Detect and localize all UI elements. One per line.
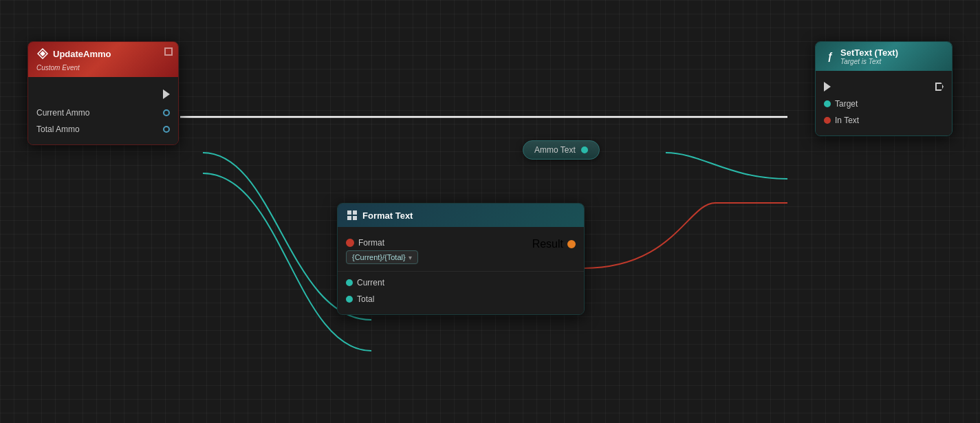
set-text-node[interactable]: ƒ SetText (Text) Target is Text Target I… [815, 41, 952, 136]
current-ammo-label: Current Ammo [36, 108, 89, 118]
total-ammo-row: Total Ammo [28, 121, 178, 138]
total-label: Total [357, 294, 374, 304]
function-icon: ƒ [824, 50, 836, 63]
svg-rect-3 [353, 210, 357, 215]
target-in-pin [824, 100, 831, 107]
in-text-label: In Text [835, 116, 859, 125]
exec-out-pin [935, 83, 944, 91]
node-corner-box [164, 47, 173, 56]
svg-rect-2 [347, 210, 351, 215]
format-in-pin [346, 239, 354, 247]
format-label: Format [358, 238, 384, 248]
format-label-row: Format [346, 238, 418, 248]
total-in-pin [346, 296, 353, 303]
in-text-pin-row: In Text [816, 112, 952, 129]
format-text-header: Format Text [338, 204, 584, 227]
current-ammo-pin [163, 109, 170, 116]
set-text-subtitle: Target is Text [840, 58, 898, 65]
set-text-header: ƒ SetText (Text) Target is Text [816, 42, 952, 71]
current-label: Current [357, 278, 384, 288]
total-ammo-label: Total Ammo [36, 124, 80, 134]
exec-out-pin [163, 89, 170, 99]
format-text-body: Format {Current}/{Total} ▾ Result Curren… [338, 227, 584, 314]
format-value: {Current}/{Total} [352, 253, 406, 261]
ammo-text-node[interactable]: Ammo Text [523, 140, 600, 160]
result-row: Result [532, 238, 576, 250]
exec-in-pin [824, 82, 831, 91]
update-ammo-subtitle: Custom Event [36, 64, 80, 72]
total-pin-row: Total [338, 291, 584, 307]
update-ammo-header: UpdateAmmo Custom Event [28, 42, 178, 77]
result-label: Result [532, 238, 563, 250]
format-text-icon [346, 209, 358, 221]
svg-rect-4 [347, 216, 351, 220]
update-ammo-body: Current Ammo Total Ammo [28, 77, 178, 144]
blueprint-canvas: UpdateAmmo Custom Event Current Ammo Tot… [0, 0, 980, 423]
total-ammo-pin [163, 126, 170, 133]
svg-rect-5 [353, 216, 357, 220]
format-text-node[interactable]: Format Text Format {Current}/{Total} ▾ R… [337, 203, 585, 315]
event-icon [36, 47, 49, 60]
ammo-text-label: Ammo Text [534, 145, 576, 155]
format-input[interactable]: {Current}/{Total} ▾ [346, 250, 418, 264]
target-label: Target [835, 99, 858, 109]
in-text-pin [824, 117, 831, 124]
update-ammo-title: UpdateAmmo [53, 49, 111, 59]
update-ammo-node[interactable]: UpdateAmmo Custom Event Current Ammo Tot… [28, 41, 179, 145]
ammo-text-pin-out [581, 147, 588, 153]
set-text-title: SetText (Text) [840, 47, 898, 58]
exec-out-row [28, 84, 178, 105]
dropdown-icon: ▾ [409, 254, 412, 261]
current-ammo-row: Current Ammo [28, 105, 178, 121]
set-text-body: Target In Text [816, 71, 952, 135]
result-pin [567, 240, 576, 248]
format-text-title: Format Text [362, 210, 413, 221]
current-in-pin [346, 279, 353, 286]
svg-marker-1 [40, 51, 45, 56]
target-pin-row: Target [816, 96, 952, 112]
current-pin-row: Current [338, 274, 584, 291]
